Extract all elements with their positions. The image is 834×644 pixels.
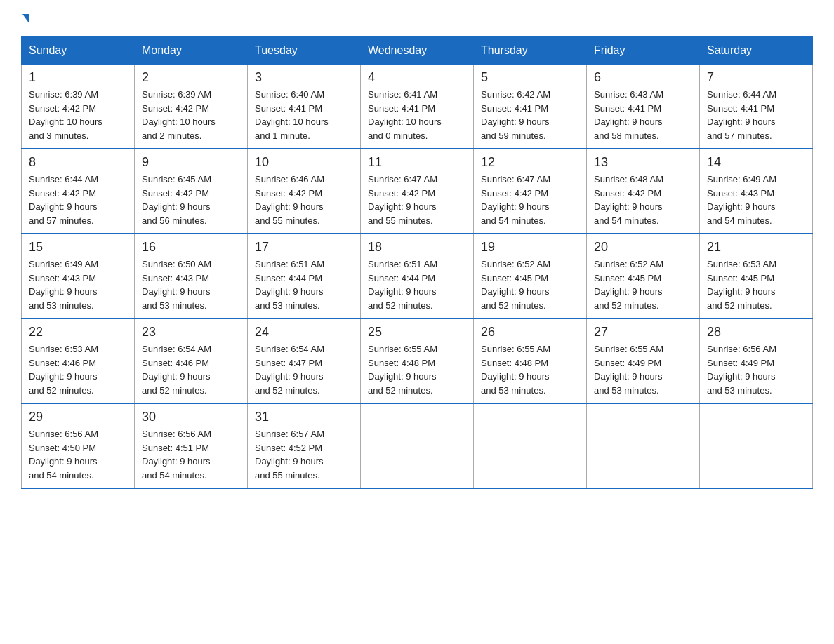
calendar-day-cell: 21 Sunrise: 6:53 AM Sunset: 4:45 PM Dayl… [700,234,813,318]
header-saturday: Saturday [700,37,813,65]
calendar-day-cell: 25 Sunrise: 6:55 AM Sunset: 4:48 PM Dayl… [361,318,474,403]
day-number: 10 [255,155,353,170]
day-number: 24 [255,325,353,340]
day-number: 21 [707,240,805,255]
calendar-day-cell: 19 Sunrise: 6:52 AM Sunset: 4:45 PM Dayl… [474,234,587,318]
day-info: Sunrise: 6:55 AM Sunset: 4:48 PM Dayligh… [481,342,579,397]
calendar-day-cell: 11 Sunrise: 6:47 AM Sunset: 4:42 PM Dayl… [361,149,474,234]
calendar-day-cell: 24 Sunrise: 6:54 AM Sunset: 4:47 PM Dayl… [248,318,361,403]
day-number: 18 [368,240,466,255]
day-number: 8 [29,155,127,170]
day-number: 31 [255,410,353,424]
header-sunday: Sunday [22,37,135,65]
calendar-day-cell: 10 Sunrise: 6:46 AM Sunset: 4:42 PM Dayl… [248,149,361,234]
calendar-day-cell: 23 Sunrise: 6:54 AM Sunset: 4:46 PM Dayl… [135,318,248,403]
day-number: 14 [707,155,805,170]
calendar-day-cell: 13 Sunrise: 6:48 AM Sunset: 4:42 PM Dayl… [587,149,700,234]
day-info: Sunrise: 6:57 AM Sunset: 4:52 PM Dayligh… [255,427,353,482]
day-info: Sunrise: 6:42 AM Sunset: 4:41 PM Dayligh… [481,88,579,142]
empty-day-cell [700,403,813,488]
day-info: Sunrise: 6:40 AM Sunset: 4:41 PM Dayligh… [255,88,353,142]
day-info: Sunrise: 6:44 AM Sunset: 4:42 PM Dayligh… [29,173,127,227]
calendar-day-cell: 14 Sunrise: 6:49 AM Sunset: 4:43 PM Dayl… [700,149,813,234]
day-number: 4 [368,70,466,85]
calendar-week-row: 22 Sunrise: 6:53 AM Sunset: 4:46 PM Dayl… [22,318,813,403]
calendar-day-cell: 5 Sunrise: 6:42 AM Sunset: 4:41 PM Dayli… [474,65,587,149]
day-info: Sunrise: 6:49 AM Sunset: 4:43 PM Dayligh… [29,257,127,312]
header-friday: Friday [587,37,700,65]
day-number: 28 [707,325,805,340]
day-number: 7 [707,70,805,85]
day-info: Sunrise: 6:51 AM Sunset: 4:44 PM Dayligh… [255,257,353,312]
day-number: 9 [142,155,240,170]
calendar-day-cell: 18 Sunrise: 6:51 AM Sunset: 4:44 PM Dayl… [361,234,474,318]
calendar-day-cell: 7 Sunrise: 6:44 AM Sunset: 4:41 PM Dayli… [700,65,813,149]
day-number: 3 [255,70,353,85]
day-info: Sunrise: 6:49 AM Sunset: 4:43 PM Dayligh… [707,173,805,227]
calendar-day-cell: 9 Sunrise: 6:45 AM Sunset: 4:42 PM Dayli… [135,149,248,234]
day-number: 5 [481,70,579,85]
day-number: 22 [29,325,127,340]
day-info: Sunrise: 6:53 AM Sunset: 4:45 PM Dayligh… [707,257,805,312]
calendar-week-row: 1 Sunrise: 6:39 AM Sunset: 4:42 PM Dayli… [22,65,813,149]
empty-day-cell [361,403,474,488]
day-number: 6 [594,70,692,85]
header-monday: Monday [135,37,248,65]
calendar-day-cell: 2 Sunrise: 6:39 AM Sunset: 4:42 PM Dayli… [135,65,248,149]
day-number: 1 [29,70,127,85]
calendar-day-cell: 20 Sunrise: 6:52 AM Sunset: 4:45 PM Dayl… [587,234,700,318]
day-info: Sunrise: 6:54 AM Sunset: 4:46 PM Dayligh… [142,342,240,397]
day-number: 13 [594,155,692,170]
day-info: Sunrise: 6:56 AM Sunset: 4:49 PM Dayligh… [707,342,805,397]
day-info: Sunrise: 6:55 AM Sunset: 4:49 PM Dayligh… [594,342,692,397]
day-info: Sunrise: 6:48 AM Sunset: 4:42 PM Dayligh… [594,173,692,227]
day-number: 20 [594,240,692,255]
calendar-header-row: SundayMondayTuesdayWednesdayThursdayFrid… [22,37,813,65]
calendar-day-cell: 12 Sunrise: 6:47 AM Sunset: 4:42 PM Dayl… [474,149,587,234]
calendar-week-row: 15 Sunrise: 6:49 AM Sunset: 4:43 PM Dayl… [22,234,813,318]
day-info: Sunrise: 6:41 AM Sunset: 4:41 PM Dayligh… [368,88,466,142]
calendar-day-cell: 6 Sunrise: 6:43 AM Sunset: 4:41 PM Dayli… [587,65,700,149]
day-number: 11 [368,155,466,170]
day-number: 23 [142,325,240,340]
day-info: Sunrise: 6:52 AM Sunset: 4:45 PM Dayligh… [594,257,692,312]
calendar-day-cell: 3 Sunrise: 6:40 AM Sunset: 4:41 PM Dayli… [248,65,361,149]
day-info: Sunrise: 6:56 AM Sunset: 4:51 PM Dayligh… [142,427,240,482]
page-header [21,14,813,24]
day-info: Sunrise: 6:50 AM Sunset: 4:43 PM Dayligh… [142,257,240,312]
day-info: Sunrise: 6:52 AM Sunset: 4:45 PM Dayligh… [481,257,579,312]
calendar-day-cell: 1 Sunrise: 6:39 AM Sunset: 4:42 PM Dayli… [22,65,135,149]
empty-day-cell [587,403,700,488]
header-wednesday: Wednesday [361,37,474,65]
calendar-day-cell: 30 Sunrise: 6:56 AM Sunset: 4:51 PM Dayl… [135,403,248,488]
day-number: 29 [29,410,127,424]
calendar-day-cell: 31 Sunrise: 6:57 AM Sunset: 4:52 PM Dayl… [248,403,361,488]
calendar-day-cell: 26 Sunrise: 6:55 AM Sunset: 4:48 PM Dayl… [474,318,587,403]
day-number: 16 [142,240,240,255]
calendar-day-cell: 27 Sunrise: 6:55 AM Sunset: 4:49 PM Dayl… [587,318,700,403]
calendar-table: SundayMondayTuesdayWednesdayThursdayFrid… [21,36,813,489]
day-number: 30 [142,410,240,424]
day-info: Sunrise: 6:55 AM Sunset: 4:48 PM Dayligh… [368,342,466,397]
day-number: 15 [29,240,127,255]
day-info: Sunrise: 6:44 AM Sunset: 4:41 PM Dayligh… [707,88,805,142]
calendar-day-cell: 28 Sunrise: 6:56 AM Sunset: 4:49 PM Dayl… [700,318,813,403]
day-number: 17 [255,240,353,255]
empty-day-cell [474,403,587,488]
day-info: Sunrise: 6:53 AM Sunset: 4:46 PM Dayligh… [29,342,127,397]
day-info: Sunrise: 6:56 AM Sunset: 4:50 PM Dayligh… [29,427,127,482]
header-thursday: Thursday [474,37,587,65]
day-info: Sunrise: 6:51 AM Sunset: 4:44 PM Dayligh… [368,257,466,312]
calendar-day-cell: 8 Sunrise: 6:44 AM Sunset: 4:42 PM Dayli… [22,149,135,234]
logo [21,14,29,24]
header-tuesday: Tuesday [248,37,361,65]
day-number: 2 [142,70,240,85]
calendar-day-cell: 4 Sunrise: 6:41 AM Sunset: 4:41 PM Dayli… [361,65,474,149]
calendar-day-cell: 22 Sunrise: 6:53 AM Sunset: 4:46 PM Dayl… [22,318,135,403]
day-info: Sunrise: 6:47 AM Sunset: 4:42 PM Dayligh… [368,173,466,227]
day-number: 27 [594,325,692,340]
calendar-day-cell: 15 Sunrise: 6:49 AM Sunset: 4:43 PM Dayl… [22,234,135,318]
day-info: Sunrise: 6:47 AM Sunset: 4:42 PM Dayligh… [481,173,579,227]
calendar-week-row: 8 Sunrise: 6:44 AM Sunset: 4:42 PM Dayli… [22,149,813,234]
day-number: 19 [481,240,579,255]
